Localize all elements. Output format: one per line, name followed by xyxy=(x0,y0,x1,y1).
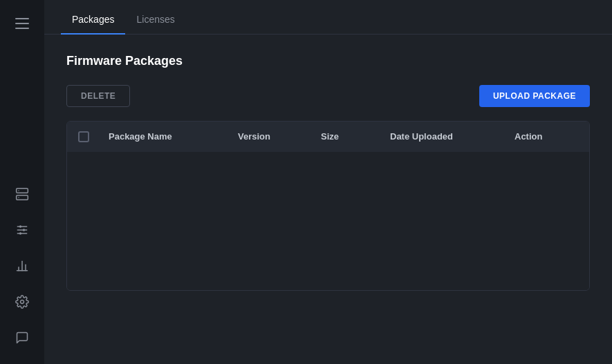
sidebar-navigation xyxy=(0,179,44,353)
page-content: Firmware Packages DELETE UPLOAD PACKAGE … xyxy=(44,35,612,364)
tab-packages[interactable]: Packages xyxy=(61,6,125,35)
svg-point-14 xyxy=(21,300,24,304)
menu-toggle-button[interactable] xyxy=(10,11,35,36)
sidebar xyxy=(0,0,44,364)
table-header-date-uploaded: Date Uploaded xyxy=(382,122,506,152)
page-title: Firmware Packages xyxy=(66,54,590,68)
support-icon xyxy=(15,331,29,345)
svg-point-7 xyxy=(19,225,21,227)
table-header-size: Size xyxy=(313,122,382,152)
sidebar-item-settings[interactable] xyxy=(7,287,37,317)
server-icon xyxy=(15,187,29,201)
toolbar: DELETE UPLOAD PACKAGE xyxy=(66,85,590,107)
filters-icon xyxy=(15,223,29,237)
menu-bar-3 xyxy=(15,28,29,29)
delete-button[interactable]: DELETE xyxy=(66,85,130,107)
packages-table: Package Name Version Size Date Uploaded … xyxy=(66,121,590,291)
svg-rect-1 xyxy=(17,195,28,200)
table-body xyxy=(67,152,589,290)
select-all-checkbox[interactable] xyxy=(78,131,89,142)
svg-point-9 xyxy=(19,232,21,234)
table-header-version: Version xyxy=(230,122,313,152)
settings-icon xyxy=(15,295,29,309)
sidebar-item-support[interactable] xyxy=(7,323,37,353)
sidebar-item-server[interactable] xyxy=(7,179,37,209)
table-header-package-name: Package Name xyxy=(100,122,230,152)
table-header: Package Name Version Size Date Uploaded … xyxy=(67,122,589,152)
upload-package-button[interactable]: UPLOAD PACKAGE xyxy=(479,85,590,107)
tab-licenses[interactable]: Licenses xyxy=(125,6,185,35)
svg-point-8 xyxy=(23,229,25,231)
table-header-action: Action xyxy=(506,122,589,152)
chart-icon xyxy=(15,259,29,273)
table-header-checkbox-cell xyxy=(67,122,100,152)
main-content: Packages Licenses Firmware Packages DELE… xyxy=(44,0,612,364)
sidebar-item-analytics[interactable] xyxy=(7,251,37,281)
sidebar-item-filters[interactable] xyxy=(7,215,37,245)
menu-bar-2 xyxy=(15,23,29,24)
svg-rect-0 xyxy=(17,189,28,193)
menu-bar-1 xyxy=(15,18,29,19)
tabs-bar: Packages Licenses xyxy=(44,0,612,35)
